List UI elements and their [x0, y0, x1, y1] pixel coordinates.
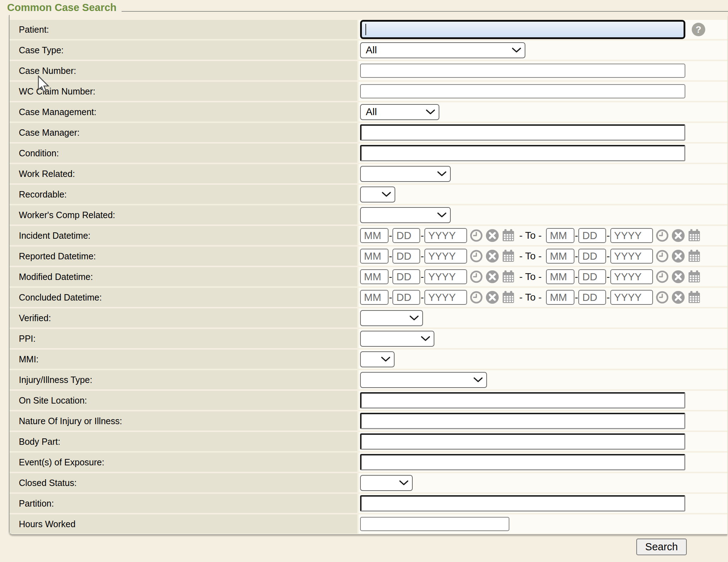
work-related-select[interactable] — [360, 166, 451, 182]
case-management-selected-value: All — [366, 106, 377, 118]
case-manager-label: Case Manager: — [19, 128, 80, 138]
patient-label: Patient: — [19, 25, 49, 35]
on-site-location-input[interactable] — [360, 392, 685, 409]
date-separator: - — [389, 250, 392, 262]
mmi-select[interactable] — [360, 351, 395, 367]
closed-status-select[interactable] — [360, 475, 413, 491]
search-button[interactable]: Search — [636, 539, 687, 555]
calendar-icon[interactable] — [687, 229, 701, 242]
modified-datetime-to-year-input[interactable] — [610, 269, 653, 284]
calendar-icon[interactable] — [502, 291, 515, 304]
form-row-nature-of-injury-or-illness: Nature Of Injury or Illness: — [10, 411, 727, 431]
verified-select[interactable] — [360, 310, 423, 326]
case-type-select[interactable]: All — [360, 42, 525, 58]
concluded-datetime-from-month-input[interactable] — [360, 290, 389, 305]
clock-icon[interactable] — [655, 249, 669, 263]
partition-input[interactable] — [360, 495, 685, 512]
calendar-icon[interactable] — [502, 229, 515, 242]
concluded-datetime-input-cell: --- To --- — [359, 288, 727, 307]
wc-claim-number-input-cell — [359, 82, 727, 101]
clock-icon[interactable] — [655, 291, 669, 304]
concluded-datetime-from-day-input[interactable] — [392, 290, 420, 305]
modified-datetime-from-year-input[interactable] — [424, 269, 467, 284]
concluded-datetime-to-day-input[interactable] — [578, 290, 606, 305]
case-manager-input[interactable] — [360, 124, 685, 141]
modified-datetime-from-day-input[interactable] — [392, 269, 420, 284]
form-row-body-part: Body Part: — [10, 432, 727, 451]
nature-of-injury-or-illness-input-cell — [359, 411, 727, 431]
modified-datetime-from-month-input[interactable] — [360, 269, 389, 284]
clock-icon[interactable] — [655, 270, 669, 283]
calendar-icon[interactable] — [687, 249, 701, 263]
incident-datetime-input-cell: --- To --- — [359, 226, 727, 245]
case-management-select[interactable]: All — [360, 104, 439, 120]
form-row-ppi: PPI: — [10, 329, 727, 348]
body-part-input[interactable] — [360, 433, 685, 450]
incident-datetime-from-year-input[interactable] — [424, 228, 467, 243]
patient-label-cell: Patient: — [10, 20, 357, 39]
case-manager-label-cell: Case Manager: — [10, 123, 357, 142]
clear-icon[interactable] — [671, 229, 685, 242]
clear-icon[interactable] — [486, 291, 499, 304]
nature-of-injury-or-illness-input[interactable] — [360, 413, 685, 429]
calendar-icon[interactable] — [502, 249, 515, 263]
clear-icon[interactable] — [671, 249, 685, 263]
date-separator: - — [575, 292, 578, 303]
clear-icon[interactable] — [486, 249, 499, 263]
clear-icon[interactable] — [671, 270, 685, 283]
concluded-datetime-from-year-input[interactable] — [424, 290, 467, 305]
hours-worked-input[interactable] — [360, 517, 509, 531]
incident-datetime-to-day-input[interactable] — [578, 228, 606, 243]
incident-datetime-from-month-input[interactable] — [360, 228, 389, 243]
incident-datetime-to-year-input[interactable] — [610, 228, 653, 243]
workers-comp-related-select[interactable] — [360, 207, 451, 223]
concluded-datetime-to-month-input[interactable] — [546, 290, 574, 305]
incident-datetime-from-day-input[interactable] — [392, 228, 420, 243]
form-row-wc-claim-number: WC Claim Number: — [10, 82, 727, 101]
closed-status-label-cell: Closed Status: — [10, 473, 357, 492]
clock-icon[interactable] — [470, 270, 483, 283]
modified-datetime-to-day-input[interactable] — [578, 269, 606, 284]
reported-datetime-from-month-input[interactable] — [360, 249, 389, 264]
concluded-datetime-to-year-input[interactable] — [610, 290, 653, 305]
incident-datetime-to-month-input[interactable] — [546, 228, 574, 243]
modified-datetime-to-date-group: -- — [546, 269, 701, 284]
reported-datetime-to-day-input[interactable] — [578, 249, 606, 264]
clock-icon[interactable] — [470, 291, 483, 304]
form-row-condition: Condition: — [10, 144, 727, 163]
calendar-icon[interactable] — [687, 270, 701, 283]
reported-datetime-to-year-input[interactable] — [610, 249, 653, 264]
ppi-select[interactable] — [360, 331, 434, 347]
case-type-label: Case Type: — [19, 45, 64, 55]
workers-comp-related-label-cell: Worker's Comp Related: — [10, 205, 357, 225]
partition-input-cell — [359, 494, 727, 513]
recordable-select[interactable] — [360, 187, 395, 202]
form-row-case-number: Case Number: — [10, 61, 727, 80]
clock-icon[interactable] — [470, 229, 483, 242]
clock-icon[interactable] — [470, 249, 483, 263]
patient-input[interactable] — [360, 20, 685, 39]
hours-worked-label: Hours Worked — [19, 519, 75, 529]
case-number-input[interactable] — [360, 64, 685, 78]
ppi-input-cell — [359, 329, 727, 348]
wc-claim-number-input[interactable] — [360, 84, 685, 98]
form-rows: Patient:?Case Type:AllCase Number:WC Cla… — [10, 15, 727, 534]
injury-illness-type-select[interactable] — [360, 372, 487, 388]
clock-icon[interactable] — [655, 229, 669, 242]
calendar-icon[interactable] — [687, 291, 701, 304]
date-separator: - — [575, 271, 578, 282]
clear-icon[interactable] — [671, 291, 685, 304]
reported-datetime-from-year-input[interactable] — [424, 249, 467, 264]
modified-datetime-to-month-input[interactable] — [546, 269, 574, 284]
condition-input[interactable] — [360, 145, 685, 161]
form-row-on-site-location: On Site Location: — [10, 391, 727, 410]
help-icon[interactable]: ? — [692, 23, 705, 36]
clear-icon[interactable] — [486, 270, 499, 283]
events-of-exposure-input[interactable] — [360, 454, 685, 470]
clear-icon[interactable] — [486, 229, 499, 242]
injury-illness-type-label: Injury/Illness Type: — [19, 375, 92, 385]
reported-datetime-from-day-input[interactable] — [392, 249, 420, 264]
case-type-selected-value: All — [366, 44, 377, 56]
reported-datetime-to-month-input[interactable] — [546, 249, 574, 264]
calendar-icon[interactable] — [502, 270, 515, 283]
